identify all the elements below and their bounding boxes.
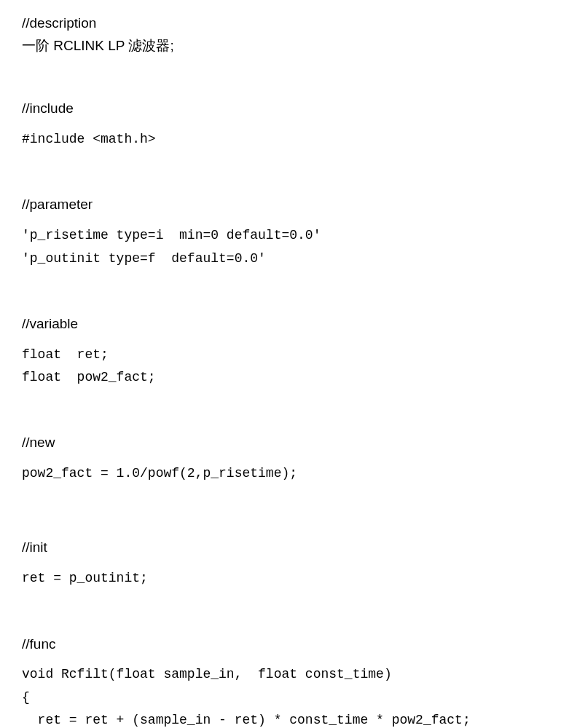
code-line-include: #include <math.h> (22, 131, 547, 148)
gap (22, 58, 547, 79)
code-line-variable-1: float pow2_fact; (22, 369, 547, 386)
code-line-func-0: void Rcfilt(float sample_in, float const… (22, 666, 547, 683)
gap (22, 338, 547, 347)
gap (22, 657, 547, 666)
gap (22, 456, 547, 465)
section-heading-new: //new (22, 434, 547, 452)
code-line-variable-0: float ret; (22, 347, 547, 363)
gap (22, 273, 547, 295)
gap (22, 392, 547, 414)
gap (22, 218, 547, 227)
section-heading-variable: //variable (22, 315, 547, 333)
code-line-init-0: ret = p_outinit; (22, 570, 547, 587)
section-heading-func: //func (22, 636, 547, 654)
gap (22, 593, 547, 615)
code-line-new-0: pow2_fact = 1.0/powf(2,p_risetime); (22, 465, 547, 482)
code-line-parameter-0: 'p_risetime type=i min=0 default=0.0' (22, 227, 547, 244)
code-line-func-1: { (22, 689, 547, 706)
section-heading-parameter: //parameter (22, 196, 547, 214)
code-line-parameter-1: 'p_outinit type=f default=0.0' (22, 250, 547, 267)
gap (22, 154, 547, 175)
description-text: 一阶 RCLINK LP 滤波器; (22, 37, 547, 55)
gap (22, 488, 547, 510)
gap (22, 561, 547, 570)
gap (22, 510, 547, 518)
code-line-func-2: ret = ret + (sample_in - ret) * const_ti… (22, 712, 547, 728)
section-heading-description: //description (22, 15, 547, 33)
gap (22, 122, 547, 131)
section-heading-init: //init (22, 539, 547, 557)
section-heading-include: //include (22, 100, 547, 118)
